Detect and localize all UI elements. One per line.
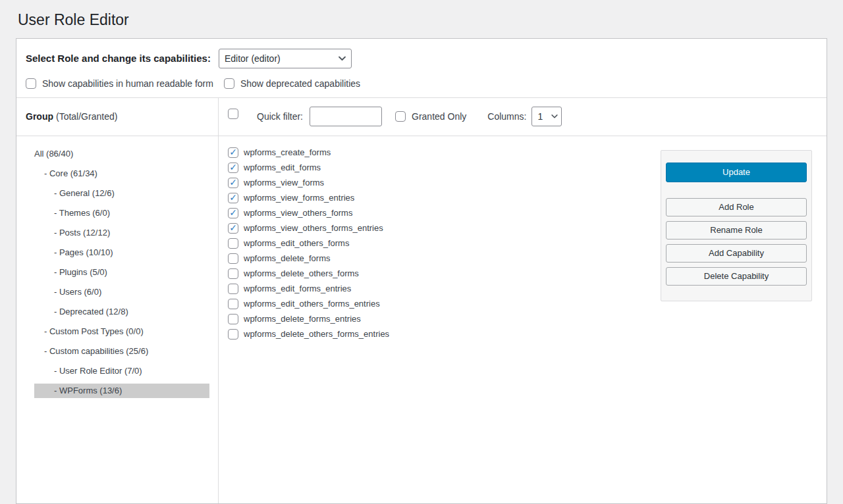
human-readable-option: Show capabilities in human readable form [26,78,213,89]
deprecated-checkbox[interactable] [224,78,234,89]
human-readable-label: Show capabilities in human readable form [42,78,213,89]
delete-capability-button[interactable]: Delete Capability [666,267,807,286]
filter-controls: Quick filter: Granted Only Columns: 1 [219,98,827,136]
capability-row: wpforms_delete_forms [228,252,661,265]
capability-label: wpforms_edit_others_forms [244,238,349,248]
capability-label: wpforms_delete_others_forms [244,268,359,278]
select-all-checkbox[interactable] [228,109,238,119]
capability-row: wpforms_view_others_forms [228,207,661,220]
group-item-custom-post-types[interactable]: - Custom Post Types (0/0) [34,324,209,339]
page-title: User Role Editor [16,0,827,38]
group-header-hint: (Total/Granted) [56,111,117,122]
update-button[interactable]: Update [666,163,807,182]
capability-row: wpforms_view_forms_entries [228,191,661,205]
capability-checkbox[interactable] [228,238,238,249]
role-select-wrap: Editor (editor) [219,49,352,68]
role-select[interactable]: Editor (editor) [219,49,352,68]
capability-label: wpforms_delete_forms [244,253,331,263]
user-role-editor-panel: Select Role and change its capabilities:… [16,38,827,504]
deprecated-label: Show deprecated capabilities [240,78,360,89]
capability-checkbox[interactable] [228,223,238,234]
capability-checkbox[interactable] [228,253,238,264]
quick-filter-input[interactable] [310,107,382,126]
group-item-themes[interactable]: - Themes (6/0) [34,206,209,220]
role-section: Select Role and change its capabilities:… [16,39,827,97]
capability-row: wpforms_edit_others_forms_entries [228,297,661,311]
group-header: Group (Total/Granted) [16,98,219,136]
capability-label: wpforms_view_others_forms [244,208,352,218]
group-item-pages[interactable]: - Pages (10/10) [34,245,209,260]
capability-checkbox[interactable] [228,163,238,173]
capability-row: wpforms_delete_others_forms_entries [228,328,661,341]
group-item-general[interactable]: - General (12/6) [34,186,209,201]
capability-checkbox[interactable] [228,178,238,188]
filter-toolbar: Group (Total/Granted) Quick filter: Gran… [16,97,827,136]
capability-label: wpforms_delete_forms_entries [244,314,361,324]
capability-row: wpforms_delete_others_forms [228,267,661,280]
capability-label: wpforms_edit_forms [244,163,321,172]
role-select-row: Select Role and change its capabilities:… [26,49,817,68]
group-item-custom-capabilities[interactable]: - Custom capabilities (25/6) [34,344,209,359]
role-select-label: Select Role and change its capabilities: [26,53,211,64]
capability-label: wpforms_view_others_forms_entries [244,223,383,233]
actions-panel: Update Add Role Rename Role Add Capabili… [661,150,812,301]
capability-row: wpforms_edit_forms [228,161,661,174]
granted-only-checkbox[interactable] [395,111,406,122]
capability-label: wpforms_create_forms [244,147,331,157]
capability-label: wpforms_delete_others_forms_entries [244,329,389,339]
add-role-button[interactable]: Add Role [666,198,807,216]
rename-role-button[interactable]: Rename Role [666,221,807,239]
capability-checkbox[interactable] [228,208,238,218]
group-item-wpforms[interactable]: - WPForms (13/6) [34,384,209,398]
human-readable-checkbox[interactable] [26,78,36,89]
capability-checkbox[interactable] [228,314,238,324]
capabilities-list: wpforms_create_forms wpforms_edit_forms … [219,136,661,343]
granted-only-label: Granted Only [412,111,466,122]
capability-row: wpforms_view_forms [228,176,661,189]
capability-checkbox[interactable] [228,268,238,279]
group-item-deprecated[interactable]: - Deprecated (12/8) [34,305,209,319]
group-item-all[interactable]: All (86/40) [34,147,209,161]
capability-row: wpforms_view_others_forms_entries [228,222,661,235]
group-header-label: Group [26,111,53,122]
group-item-posts[interactable]: - Posts (12/12) [34,226,209,240]
columns-select-wrap: 1 [531,107,562,126]
capability-row: wpforms_edit_others_forms [228,237,661,250]
columns-select[interactable]: 1 [531,107,562,126]
capability-checkbox[interactable] [228,147,238,158]
capability-label: wpforms_edit_others_forms_entries [244,299,380,309]
capability-label: wpforms_view_forms [244,178,324,188]
display-options-row: Show capabilities in human readable form… [26,78,817,89]
page-wrap: User Role Editor Select Role and change … [0,0,843,504]
group-item-user-role-editor[interactable]: - User Role Editor (7/0) [34,364,209,378]
capability-row: wpforms_create_forms [228,146,661,159]
group-item-plugins[interactable]: - Plugins (5/0) [34,265,209,280]
deprecated-option: Show deprecated capabilities [224,78,360,89]
capability-label: wpforms_edit_forms_entries [244,284,351,293]
capability-row: wpforms_edit_forms_entries [228,282,661,295]
capability-row: wpforms_delete_forms_entries [228,313,661,326]
capability-checkbox[interactable] [228,329,238,340]
group-item-core[interactable]: - Core (61/34) [34,166,209,181]
capabilities-area: wpforms_create_forms wpforms_edit_forms … [219,136,827,503]
capability-checkbox[interactable] [228,193,238,203]
content-area: All (86/40) - Core (61/34) - General (12… [16,136,827,503]
group-tree: All (86/40) - Core (61/34) - General (12… [16,136,219,503]
add-capability-button[interactable]: Add Capability [666,244,807,263]
group-item-users[interactable]: - Users (6/0) [34,285,209,299]
capability-label: wpforms_view_forms_entries [244,193,354,203]
capability-checkbox[interactable] [228,284,238,294]
capability-checkbox[interactable] [228,299,238,309]
quick-filter-label: Quick filter: [257,111,303,122]
columns-label: Columns: [487,111,526,122]
